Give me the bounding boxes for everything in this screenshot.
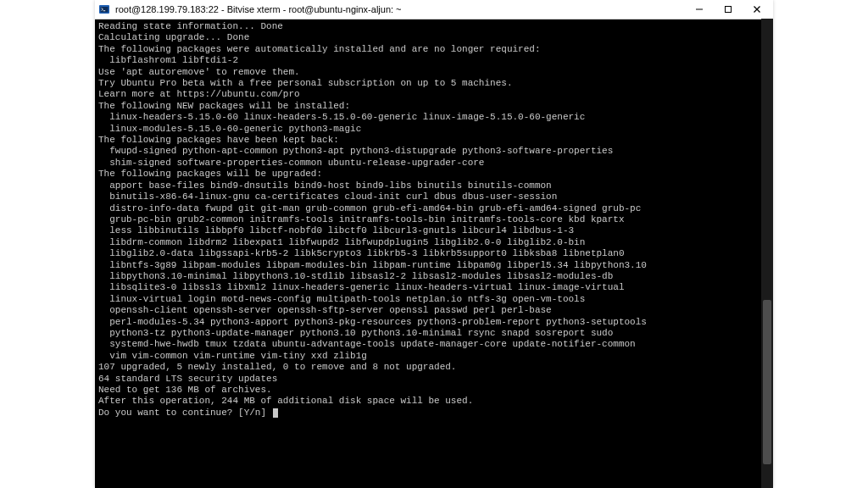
app-icon bbox=[98, 3, 110, 15]
close-button[interactable] bbox=[743, 0, 771, 19]
terminal-line: 64 standard LTS security updates bbox=[98, 374, 770, 385]
terminal-line: python3-tz python3-update-manager python… bbox=[98, 328, 770, 339]
terminal-line: Use 'apt autoremove' to remove them. bbox=[98, 67, 770, 78]
terminal-line: libflashrom1 libftdi1-2 bbox=[98, 55, 770, 66]
terminal-line: libglib2.0-data libgssapi-krb5-2 libk5cr… bbox=[98, 248, 770, 259]
terminal-line: Calculating upgrade... Done bbox=[98, 32, 770, 43]
terminal-line: The following packages were automaticall… bbox=[98, 44, 770, 55]
terminal-line: perl-modules-5.34 python3-apport python3… bbox=[98, 317, 770, 328]
terminal-cursor bbox=[273, 408, 278, 418]
terminal-line: linux-headers-5.15.0-60 linux-headers-5.… bbox=[98, 112, 770, 123]
window-title: root@128.199.79.183:22 - Bitvise xterm -… bbox=[115, 4, 685, 14]
terminal-line: Learn more at https://ubuntu.com/pro bbox=[98, 89, 770, 100]
terminal-line: libntfs-3g89 libpam-modules libpam-modul… bbox=[98, 260, 770, 271]
terminal-line: libdrm-common libdrm2 libexpat1 libfwupd… bbox=[98, 237, 770, 248]
terminal-line: fwupd-signed python-apt-common python3-a… bbox=[98, 146, 770, 157]
terminal-line: less libbinutils libbpf0 libctf-nobfd0 l… bbox=[98, 225, 770, 236]
terminal-line: openssh-client openssh-server openssh-sf… bbox=[98, 305, 770, 316]
terminal-line: 107 upgraded, 5 newly installed, 0 to re… bbox=[98, 362, 770, 373]
window-controls bbox=[685, 0, 771, 19]
terminal-line: Try Ubuntu Pro beta with a free personal… bbox=[98, 78, 770, 89]
terminal-line: shim-signed software-properties-common u… bbox=[98, 158, 770, 169]
terminal-window: root@128.199.79.183:22 - Bitvise xterm -… bbox=[95, 0, 773, 488]
scrollbar[interactable] bbox=[761, 19, 773, 488]
terminal-line: libpython3.10-minimal libpython3.10-stdl… bbox=[98, 271, 770, 282]
terminal-line: The following packages have been kept ba… bbox=[98, 135, 770, 146]
terminal-line: linux-virtual login motd-news-config mul… bbox=[98, 294, 770, 305]
terminal-line: grub-pc-bin grub2-common initramfs-tools… bbox=[98, 214, 770, 225]
svg-rect-1 bbox=[101, 7, 108, 13]
terminal-line: The following NEW packages will be insta… bbox=[98, 101, 770, 112]
terminal-line: The following packages will be upgraded: bbox=[98, 169, 770, 180]
terminal-line: Need to get 136 MB of archives. bbox=[98, 385, 770, 396]
terminal-line: After this operation, 244 MB of addition… bbox=[98, 396, 770, 407]
minimize-button[interactable] bbox=[685, 0, 714, 19]
titlebar[interactable]: root@128.199.79.183:22 - Bitvise xterm -… bbox=[95, 0, 773, 19]
terminal-line: binutils-x86-64-linux-gnu ca-certificate… bbox=[98, 191, 770, 202]
terminal-line: Do you want to continue? [Y/n] bbox=[98, 408, 770, 419]
scrollbar-thumb[interactable] bbox=[763, 300, 771, 464]
terminal-line: apport base-files bind9-dnsutils bind9-h… bbox=[98, 180, 770, 191]
svg-rect-4 bbox=[726, 7, 732, 13]
terminal-line: distro-info-data fwupd git git-man grub-… bbox=[98, 203, 770, 214]
terminal-line: vim vim-common vim-runtime vim-tiny xxd … bbox=[98, 351, 770, 362]
terminal-output[interactable]: Reading state information... DoneCalcula… bbox=[95, 19, 773, 488]
terminal-line: linux-modules-5.15.0-60-generic python3-… bbox=[98, 124, 770, 135]
maximize-button[interactable] bbox=[714, 0, 743, 19]
terminal-line: Reading state information... Done bbox=[98, 21, 770, 32]
terminal-line: systemd-hwe-hwdb tmux tzdata ubuntu-adva… bbox=[98, 339, 770, 350]
terminal-line: libsqlite3-0 libssl3 libxml2 linux-heade… bbox=[98, 282, 770, 293]
